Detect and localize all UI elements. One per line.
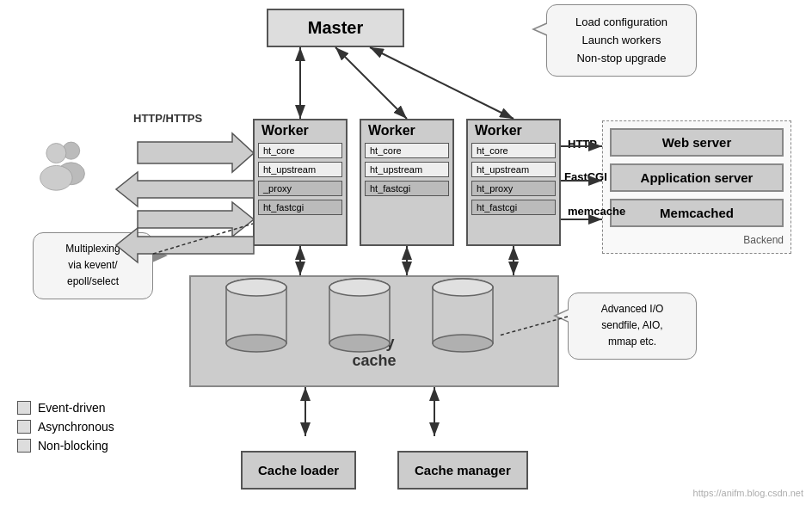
legend-box-2	[17, 420, 31, 434]
worker2-title: Worker	[361, 120, 452, 141]
worker2-module-fastcgi: ht_fastcgi	[365, 181, 449, 196]
worker3-module-upstream: ht_upstream	[471, 162, 556, 177]
webserver-box: Web server	[610, 128, 784, 157]
multiplex-bubble: Multiplexingvia kevent/epoll/select	[33, 232, 153, 299]
svg-point-10	[433, 335, 493, 352]
master-box: Master	[267, 9, 404, 47]
svg-point-11	[433, 279, 493, 296]
cache-loader-box: Cache loader	[241, 451, 356, 490]
legend-label-2: Asynchronous	[38, 420, 114, 434]
worker2-box: Worker ht_core ht_upstream ht_fastcgi	[360, 119, 454, 246]
svg-marker-24	[138, 202, 254, 237]
master-bubble-line1: Load configuration	[575, 15, 667, 28]
svg-marker-23	[116, 172, 254, 206]
worker1-module-fastcgi: ht_fastcgi	[258, 200, 342, 215]
master-bubble-line3: Non-stop upgrade	[576, 52, 666, 65]
fastcgi-label: FastCGI	[564, 170, 607, 183]
legend-box-1	[17, 401, 31, 415]
legend-box-3	[17, 439, 31, 453]
multiplex-text: Multiplexingvia kevent/epoll/select	[65, 243, 120, 287]
advanced-text: Advanced I/Osendfile, AIO,mmap etc.	[601, 303, 664, 348]
people-icon	[33, 133, 95, 202]
worker1-title: Worker	[255, 120, 346, 141]
svg-point-6	[329, 335, 390, 352]
master-label: Master	[308, 18, 363, 38]
worker1-module-upstream: ht_upstream	[258, 162, 342, 177]
advanced-bubble: Advanced I/Osendfile, AIO,mmap etc.	[568, 293, 697, 360]
worker1-module-proxy: _proxy	[258, 181, 342, 196]
svg-point-3	[226, 279, 286, 296]
memcache-label: memcache	[568, 205, 625, 218]
backend-area: Web server Application server Memcached …	[602, 120, 791, 254]
svg-line-19	[335, 47, 407, 119]
legend-item-3: Non-blocking	[17, 439, 114, 453]
legend-item-2: Asynchronous	[17, 420, 114, 434]
svg-point-2	[226, 335, 286, 352]
legend-label-1: Event-driven	[38, 401, 106, 415]
svg-line-34	[153, 224, 253, 254]
cache-manager-box: Cache manager	[397, 451, 528, 490]
worker3-module-core: ht_core	[471, 143, 556, 158]
worker1-box: Worker ht_core ht_upstream _proxy ht_fas…	[253, 119, 348, 246]
worker3-title: Worker	[468, 120, 559, 141]
worker3-box: Worker ht_core ht_upstream ht_proxy ht_f…	[466, 119, 561, 246]
legend: Event-driven Asynchronous Non-blocking	[17, 401, 114, 458]
worker2-module-core: ht_core	[365, 143, 449, 158]
svg-point-15	[40, 165, 72, 190]
worker3-module-proxy: ht_proxy	[471, 181, 556, 196]
svg-line-20	[370, 47, 514, 119]
http-https-label: HTTP/HTTPS	[133, 112, 202, 125]
memcached-box: Memcached	[610, 199, 784, 227]
cylinder3	[428, 277, 497, 359]
master-bubble-line2: Launch workers	[582, 34, 661, 46]
cylinder2	[325, 277, 394, 359]
svg-point-14	[46, 144, 66, 163]
backend-label: Backend	[610, 234, 784, 246]
cylinder1	[222, 277, 291, 359]
appserver-box: Application server	[610, 163, 784, 192]
legend-item-1: Event-driven	[17, 401, 114, 415]
worker1-module-core: ht_core	[258, 143, 342, 158]
watermark: https://anifm.blog.csdn.net	[693, 488, 803, 498]
svg-marker-21	[138, 133, 254, 172]
worker3-module-fastcgi: ht_fastcgi	[471, 200, 556, 215]
master-bubble: Load configuration Launch workers Non-st…	[546, 4, 697, 77]
legend-label-3: Non-blocking	[38, 439, 108, 453]
diagram: Master Load configuration Launch workers…	[0, 0, 812, 505]
worker2-module-upstream: ht_upstream	[365, 162, 449, 177]
svg-point-7	[329, 279, 390, 296]
http-right-label: HTTP	[568, 138, 597, 151]
